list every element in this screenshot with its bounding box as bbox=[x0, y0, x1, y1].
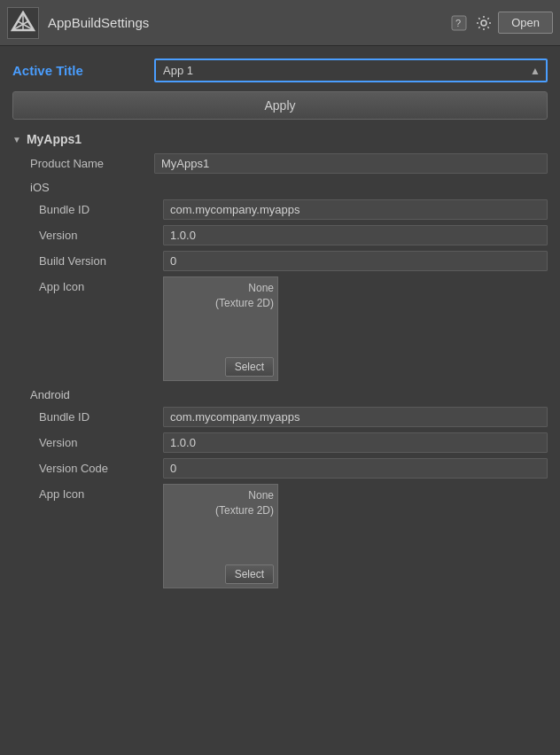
title-bar: AppBuildSettings ? Open bbox=[0, 0, 560, 46]
active-title-dropdown-wrapper: App 1 App 2 App 3 ▲ bbox=[154, 58, 548, 82]
myapps-group-name: MyApps1 bbox=[27, 132, 82, 146]
ios-build-version-input[interactable] bbox=[163, 251, 548, 271]
android-version-code-input[interactable] bbox=[163, 458, 548, 479]
ios-app-icon-row: App Icon None(Texture 2D) Select bbox=[21, 276, 548, 381]
product-name-input[interactable] bbox=[154, 153, 548, 174]
ios-app-icon-box: None(Texture 2D) Select bbox=[163, 276, 278, 381]
ios-build-version-label: Build Version bbox=[39, 251, 163, 268]
product-name-label: Product Name bbox=[30, 153, 154, 170]
android-bundle-id-input[interactable] bbox=[163, 407, 548, 427]
android-app-icon-row: App Icon None(Texture 2D) Select bbox=[21, 484, 548, 588]
product-name-row: Product Name bbox=[12, 153, 548, 174]
android-app-icon-box: None(Texture 2D) Select bbox=[163, 484, 278, 588]
ios-build-version-row: Build Version bbox=[21, 251, 548, 271]
svg-point-6 bbox=[481, 20, 486, 26]
ios-bundle-id-row: Bundle ID bbox=[21, 199, 548, 220]
help-icon-button[interactable]: ? bbox=[448, 12, 470, 34]
window-title: AppBuildSettings bbox=[48, 15, 448, 30]
ios-app-icon-label: App Icon bbox=[39, 276, 163, 293]
android-select-button[interactable]: Select bbox=[225, 564, 274, 584]
android-app-icon-none-text: None(Texture 2D) bbox=[167, 488, 274, 518]
android-version-code-label: Version Code bbox=[39, 458, 163, 475]
android-app-icon-label: App Icon bbox=[39, 484, 163, 501]
title-icons: ? Open bbox=[448, 12, 553, 34]
content-area: Active Title App 1 App 2 App 3 ▲ Apply ▼… bbox=[0, 46, 560, 755]
active-title-row: Active Title App 1 App 2 App 3 ▲ bbox=[12, 58, 548, 82]
ios-version-row: Version bbox=[21, 225, 548, 245]
ios-version-input[interactable] bbox=[163, 225, 548, 245]
collapse-triangle-icon: ▼ bbox=[12, 135, 21, 144]
ios-label: iOS bbox=[21, 181, 548, 194]
ios-bundle-id-label: Bundle ID bbox=[39, 199, 163, 216]
android-version-row: Version bbox=[21, 432, 548, 453]
ios-bundle-id-input[interactable] bbox=[163, 199, 548, 220]
android-version-label: Version bbox=[39, 432, 163, 449]
open-button[interactable]: Open bbox=[498, 12, 553, 34]
android-version-code-row: Version Code bbox=[21, 458, 548, 479]
myapps-section-header: ▼ MyApps1 bbox=[12, 132, 548, 146]
active-title-dropdown[interactable]: App 1 App 2 App 3 bbox=[154, 58, 548, 82]
active-title-label: Active Title bbox=[12, 63, 154, 78]
apply-button[interactable]: Apply bbox=[12, 91, 548, 120]
ios-version-label: Version bbox=[39, 225, 163, 242]
svg-text:?: ? bbox=[455, 18, 461, 28]
android-version-input[interactable] bbox=[163, 432, 548, 453]
android-section: Android Bundle ID Version Version Code A… bbox=[21, 388, 548, 588]
ios-section: iOS Bundle ID Version Build Version App … bbox=[21, 181, 548, 381]
settings-icon-button[interactable] bbox=[473, 12, 494, 34]
android-bundle-id-row: Bundle ID bbox=[21, 407, 548, 427]
unity-logo bbox=[7, 7, 39, 39]
ios-app-icon-none-text: None(Texture 2D) bbox=[167, 281, 274, 311]
android-label: Android bbox=[21, 388, 548, 401]
android-bundle-id-label: Bundle ID bbox=[39, 407, 163, 424]
ios-select-button[interactable]: Select bbox=[225, 357, 274, 377]
